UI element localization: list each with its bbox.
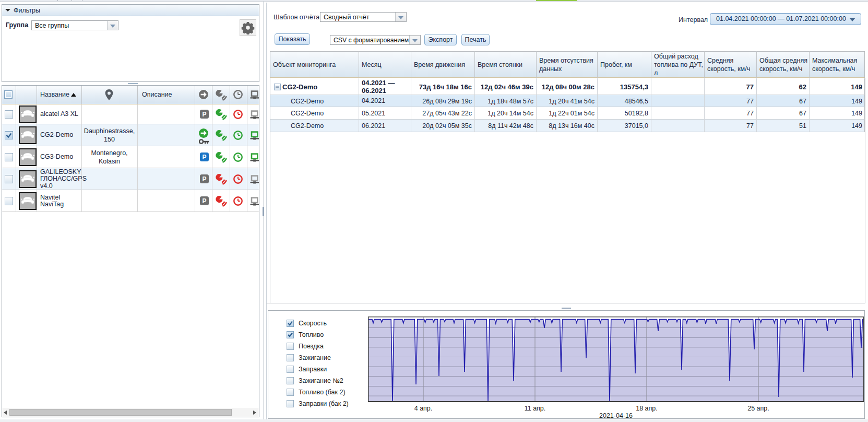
svg-text:P: P <box>202 197 206 205</box>
svg-text:P: P <box>202 111 206 118</box>
svg-text:P: P <box>202 175 206 183</box>
svg-text:P: P <box>202 154 206 161</box>
